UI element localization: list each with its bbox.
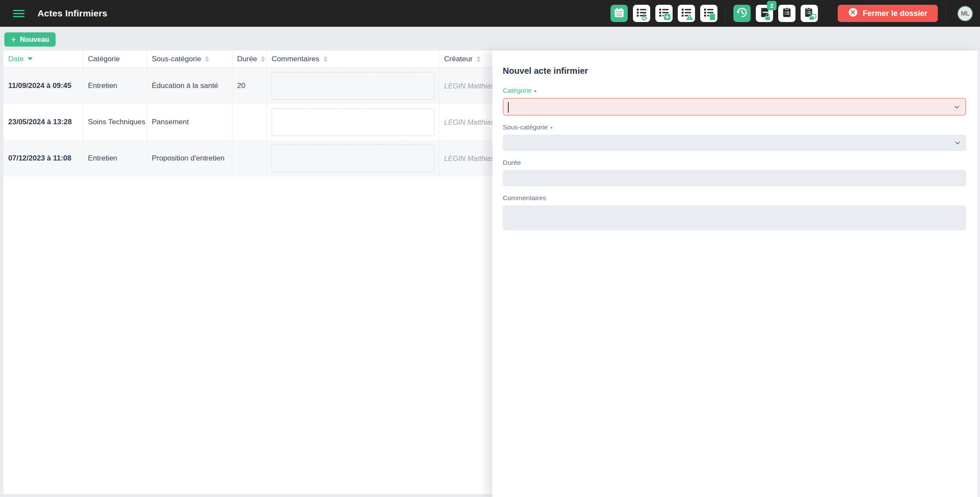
topbar-divider [725, 4, 726, 22]
history-button[interactable] [733, 5, 751, 22]
cell-date: 11/09/2024 à 09:45 [3, 68, 83, 104]
column-header-subcategory[interactable]: Sous-catégorie [147, 50, 232, 67]
duration-input[interactable] [503, 170, 966, 186]
text-cursor [508, 102, 509, 113]
cell-duration: 20 [232, 68, 267, 104]
status-badge: 2 [767, 1, 776, 10]
cell-date: 07/12/2023 à 11:08 [3, 140, 83, 176]
subcategory-select[interactable] [503, 135, 966, 151]
chevron-down-icon [953, 104, 960, 110]
calendar-button[interactable] [611, 5, 628, 22]
cell-category: Entretien [83, 140, 147, 176]
close-circle-icon [848, 7, 858, 19]
sort-icon [205, 56, 209, 62]
column-header-comments[interactable]: Commentaires [267, 50, 439, 67]
cell-comments [267, 140, 439, 176]
scrollbar[interactable] [977, 50, 980, 497]
column-header-date[interactable]: Date [3, 50, 83, 67]
cell-category: Soins Techniques [83, 104, 147, 140]
required-dot: • [550, 124, 552, 131]
cell-date: 23/05/2024 à 13:28 [3, 104, 83, 140]
comments-label: Commentaires [503, 194, 966, 202]
topbar-divider [946, 4, 946, 22]
folder-plus-icon [663, 13, 671, 21]
sort-icon [476, 56, 481, 62]
new-act-label: Nouveau [20, 36, 49, 44]
cell-category: Entretien [83, 68, 147, 104]
new-act-panel: Nouvel acte infirmier Catégorie • Sous-c… [492, 50, 980, 497]
sort-desc-icon [28, 57, 33, 60]
close-record-label: Fermer le dossier [863, 9, 927, 18]
topbar: Actes Infirmiers [0, 0, 980, 27]
comment-box[interactable] [272, 72, 435, 100]
cell-duration [232, 104, 267, 140]
new-act-button[interactable]: + Nouveau [4, 32, 56, 47]
category-select[interactable] [503, 98, 966, 116]
avatar[interactable]: ML [957, 6, 973, 22]
list-folder-plus-button[interactable] [655, 5, 673, 22]
column-header-duration[interactable]: Durée [232, 50, 267, 67]
panel-title: Nouvel acte infirmier [503, 66, 966, 76]
category-label: Catégorie • [503, 87, 966, 94]
page-title: Actes Infirmiers [38, 8, 107, 19]
cell-comments [267, 68, 439, 104]
comments-textarea[interactable] [503, 205, 966, 230]
wheelchair-icon [641, 13, 649, 21]
close-record-button[interactable]: Fermer le dossier [838, 5, 938, 22]
menu-icon[interactable] [13, 10, 25, 17]
list-notebook-button[interactable] [700, 5, 717, 22]
chevron-down-icon [954, 139, 961, 146]
cell-subcategory: Proposition d'entretien [147, 140, 232, 176]
cell-subcategory: Pansement [147, 104, 232, 140]
notebook-lock-button[interactable]: 2 [756, 5, 773, 22]
main-content: + Nouveau Date Catégorie Sous-catégorie … [0, 27, 980, 497]
cell-duration [232, 140, 267, 176]
cell-comments [267, 104, 439, 140]
sort-icon [261, 56, 265, 62]
calendar-icon [614, 7, 625, 20]
sort-icon [323, 56, 328, 62]
required-dot: • [534, 88, 536, 94]
comment-box[interactable] [272, 145, 435, 172]
copy-icon [808, 13, 817, 21]
list-wheelchair-button[interactable] [633, 5, 650, 22]
notebook-icon [708, 13, 716, 21]
column-header-category[interactable]: Catégorie [83, 50, 147, 67]
clipboard-button[interactable] [778, 5, 795, 22]
list-warning-button[interactable] [678, 5, 695, 22]
topbar-actions: 2 [611, 4, 976, 22]
warning-icon [686, 13, 694, 21]
comment-box[interactable] [272, 108, 435, 136]
cell-subcategory: Éducation à la santé [147, 68, 232, 104]
plus-icon: + [11, 35, 16, 44]
clipboard-copy-button[interactable] [801, 5, 818, 22]
duration-label: Durée [503, 159, 966, 167]
subcategory-label: Sous-catégorie • [503, 123, 966, 131]
history-icon [736, 7, 748, 20]
lock-icon [764, 13, 772, 21]
clipboard-icon [781, 7, 792, 20]
